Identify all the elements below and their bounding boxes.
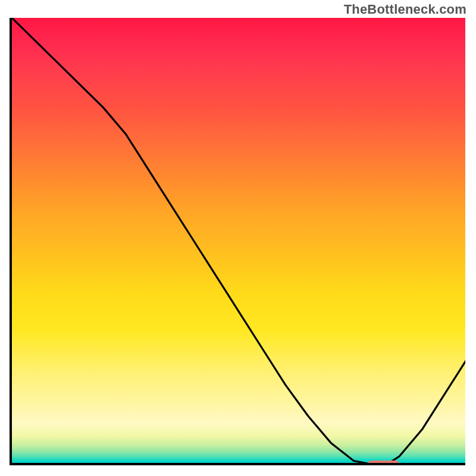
watermark-text: TheBottleneck.com (344, 2, 466, 17)
line-plot-svg (12, 18, 465, 465)
optimal-range-marker (368, 461, 400, 465)
bottleneck-curve (12, 18, 465, 465)
chart-container: TheBottleneck.com (0, 0, 476, 476)
plot-area (10, 18, 465, 465)
